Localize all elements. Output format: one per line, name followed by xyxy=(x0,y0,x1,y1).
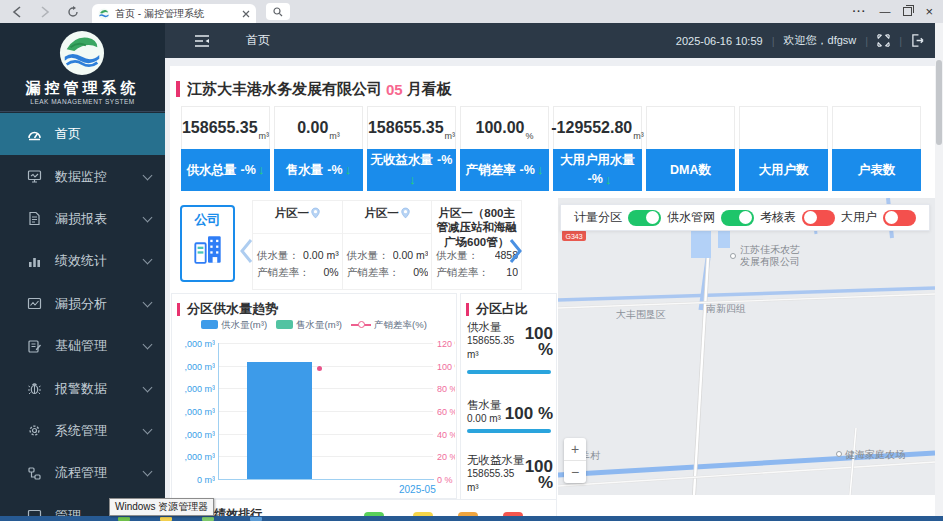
map-canvas: G343 江苏佳禾农艺 发展有限公司 大丰围垦区 南新四组 羊村 健海家庭农场 xyxy=(558,198,935,495)
toggle-label: 大用户 xyxy=(841,209,877,226)
separator: | xyxy=(865,35,868,47)
sidebar-item-alarm-data[interactable]: 报警数据 xyxy=(0,367,165,409)
sidebar-item-home[interactable]: 首页 xyxy=(0,113,165,155)
browser-forward-icon[interactable] xyxy=(34,3,56,21)
os-tooltip: Windows 资源管理器 xyxy=(109,498,214,516)
sidebar-item-leak-analysis[interactable]: 漏损分析 xyxy=(0,283,165,325)
sidebar-item-leak-report[interactable]: 漏损报表 xyxy=(0,198,165,240)
company-card-label: 公司 xyxy=(195,211,221,229)
browser-close-button[interactable]: × xyxy=(925,5,933,18)
district-carousel: 片区一 供水量：0.00 m³ 产销差率：0% 片区一 供水量：0.00 m³ … xyxy=(252,200,522,290)
kpi-label-button[interactable]: 大用户数 xyxy=(739,149,828,191)
share-item-unit: m³ xyxy=(467,482,479,493)
chevron-down-icon xyxy=(143,340,153,350)
toggle-switch[interactable] xyxy=(721,210,754,226)
browser-more-button[interactable]: ··· xyxy=(852,6,866,17)
chevron-down-icon xyxy=(143,255,153,265)
welcome-text: 欢迎您，dfgsw xyxy=(784,33,857,48)
fullscreen-icon[interactable] xyxy=(877,34,890,47)
district-rate-row: 产销差率：0% xyxy=(257,266,339,280)
map-zoom-control: + − xyxy=(564,438,586,483)
separator: | xyxy=(899,35,902,47)
sidebar-item-data-monitor[interactable]: 数据监控 xyxy=(0,155,165,197)
taskbar-icon[interactable] xyxy=(250,517,262,521)
map-container[interactable]: G343 江苏佳禾农艺 发展有限公司 大丰围垦区 南新四组 羊村 健海家庭农场 … xyxy=(558,198,935,495)
browser-search-button[interactable] xyxy=(266,3,290,20)
sidebar-item-basic-management[interactable]: 基础管理 xyxy=(0,325,165,367)
taskbar-icon[interactable] xyxy=(160,517,172,521)
kpi-card-sales: 0.00m³ 售水量-%↓ xyxy=(274,106,363,190)
zoom-out-button[interactable]: − xyxy=(564,461,586,483)
gear-icon xyxy=(27,423,42,438)
kpi-label-button[interactable]: 大用户用水量-%↓ xyxy=(553,149,642,191)
sidebar-item-process-management[interactable]: 流程管理 xyxy=(0,452,165,494)
header-tab-home[interactable]: 首页 xyxy=(246,32,270,49)
district-card[interactable]: 片区一 供水量：0.00 m³ 产销差率：0% xyxy=(253,201,343,289)
kpi-card-supply-total: 158655.35m³ 供水总量-%↓ xyxy=(181,106,270,190)
toggle-assessment-meter: 考核表 xyxy=(760,209,835,226)
legend-supply[interactable]: 供水量(m³) xyxy=(201,319,267,332)
district-supply-row: 供水量：0.00 m³ xyxy=(347,249,429,263)
toggle-switch[interactable] xyxy=(802,210,835,226)
browser-refresh-icon[interactable] xyxy=(62,3,84,21)
panel-accent xyxy=(177,303,180,316)
browser-tab[interactable]: 首页 - 漏控管理系统 xyxy=(92,4,256,23)
browser-restore-button[interactable] xyxy=(903,7,912,16)
legend-swatch xyxy=(201,320,218,329)
kpi-label-button[interactable]: 产销差率-%↓ xyxy=(460,149,549,191)
y-axis-tick: ,000 m³ xyxy=(172,452,215,462)
legend-sales[interactable]: 售水量(m³) xyxy=(276,319,342,332)
y-axis-tick: ,000 m³ xyxy=(172,384,215,394)
app-header: 首页 2025-06-16 10:59 | 欢迎您，dfgsw | | xyxy=(165,23,943,58)
right-axis-tick: 100 % xyxy=(437,362,455,372)
kpi-label-button[interactable]: 供水总量-%↓ xyxy=(181,149,270,191)
chart-legend: 供水量(m³) 售水量(m³) 产销差率(%) xyxy=(172,319,456,332)
scrollbar-thumb[interactable] xyxy=(936,60,942,145)
kpi-value: 0.00m³ xyxy=(274,106,363,149)
panel-accent xyxy=(466,303,469,316)
toggle-label: 供水管网 xyxy=(667,209,715,226)
browser-minimize-button[interactable]: — xyxy=(879,6,890,17)
kpi-label-button[interactable]: 户表数 xyxy=(832,149,921,191)
kpi-card-nrw-rate: 100.00% 产销差率-%↓ xyxy=(460,106,549,190)
tab-title: 首页 - 漏控管理系统 xyxy=(115,7,242,21)
company-selector-card[interactable]: 公司 xyxy=(180,205,235,282)
sidebar-item-system-management[interactable]: 系统管理 xyxy=(0,410,165,452)
divider xyxy=(343,233,432,234)
kpi-label-button[interactable]: DMA数 xyxy=(646,149,735,191)
tab-close-icon[interactable] xyxy=(242,10,250,18)
toggle-switch[interactable] xyxy=(628,210,661,226)
zoom-in-button[interactable]: + xyxy=(564,438,586,461)
x-axis-tick: 2025-05 xyxy=(399,484,436,495)
supply-bar[interactable] xyxy=(247,362,312,479)
search-icon xyxy=(273,7,283,17)
kpi-value xyxy=(646,106,735,149)
dashboard-suffix: 月看板 xyxy=(407,80,452,99)
chevron-down-icon xyxy=(143,424,153,434)
collapse-sidebar-icon[interactable] xyxy=(194,34,210,48)
app-title: 漏控管理系统 xyxy=(0,79,165,98)
taskbar-icon[interactable] xyxy=(118,517,130,521)
share-item-value: 0.00 m³ xyxy=(467,413,501,424)
logout-icon[interactable] xyxy=(911,34,925,47)
district-title: 片区一（800主管减压站和海融广场600管） xyxy=(434,206,519,249)
nrw-rate-point[interactable] xyxy=(317,366,322,371)
kpi-card-dma-count: DMA数 xyxy=(646,106,735,190)
taskbar-icon[interactable] xyxy=(202,517,214,521)
sidebar-item-label: 基础管理 xyxy=(55,337,107,355)
district-card[interactable]: 片区一（800主管减压站和海融广场600管） 供水量：4858 产销差率：10 xyxy=(432,201,521,289)
sidebar-item-performance-stats[interactable]: 绩效统计 xyxy=(0,240,165,282)
kpi-label-button[interactable]: 售水量-%↓ xyxy=(274,149,363,191)
y-axis-tick: ,000 m³ xyxy=(172,362,215,372)
legend-line-marker xyxy=(351,320,371,329)
flow-icon xyxy=(27,466,42,481)
chevron-down-icon xyxy=(143,297,153,307)
legend-nrw-rate[interactable]: 产销差率(%) xyxy=(351,319,427,332)
kpi-label-button[interactable]: 无收益水量-%↓ xyxy=(367,149,456,191)
district-card[interactable]: 片区一 供水量：0.00 m³ 产销差率：0% xyxy=(343,201,433,289)
windows-taskbar[interactable] xyxy=(0,516,943,521)
browser-back-icon[interactable] xyxy=(6,3,28,21)
kpi-value xyxy=(832,106,921,149)
map-label-area: 大丰围垦区 xyxy=(616,309,666,320)
toggle-switch[interactable] xyxy=(883,210,916,226)
